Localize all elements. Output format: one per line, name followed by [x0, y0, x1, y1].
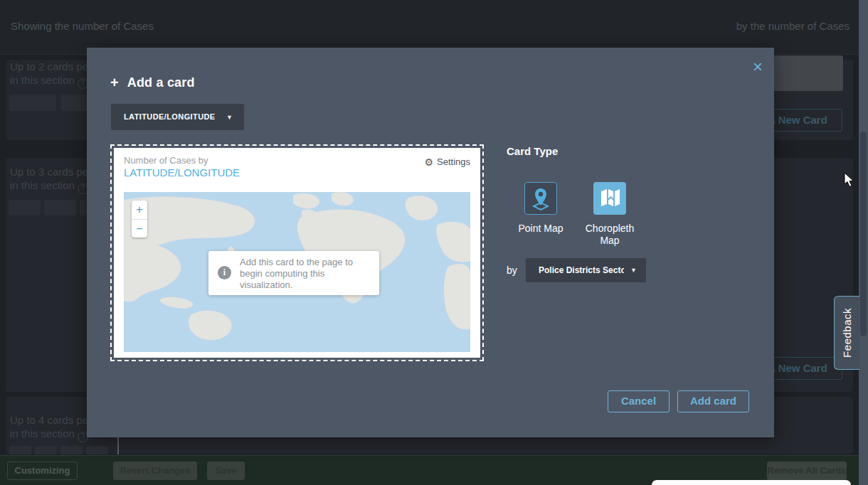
revert-changes-button[interactable]: Revert Changes: [113, 462, 197, 480]
remove-all-cards-button[interactable]: Remove All Cards: [767, 462, 847, 480]
choropleth-map-label: Choropleth Map: [583, 223, 637, 247]
map-zoom-control: + −: [132, 201, 147, 238]
plus-icon: +: [110, 75, 119, 90]
by-label: by: [507, 265, 517, 276]
card-placeholder: [9, 200, 41, 215]
preview-subtitle: Number of Cases by: [124, 155, 208, 166]
section-2-line1: Up to 3 cards per: [10, 166, 92, 178]
modal-title: Add a card: [127, 75, 195, 90]
chevron-down-icon: ▼: [226, 114, 233, 121]
customizing-button[interactable]: Customizing: [7, 462, 78, 480]
choropleth-map-option[interactable]: [593, 182, 626, 215]
by-cases-text: by the number of Cases: [736, 20, 850, 32]
showing-cases-text: Showing the number of Cases: [11, 20, 154, 32]
feedback-tab[interactable]: Feedback: [834, 296, 859, 370]
card-placeholder: [86, 446, 108, 454]
point-map-icon: [525, 183, 556, 214]
modal-header: +Add a card: [110, 75, 195, 91]
cancel-button[interactable]: Cancel: [608, 390, 669, 412]
region-dropdown[interactable]: Police Districts Sector ▼: [526, 258, 646, 282]
gear-icon: ⚙: [424, 156, 433, 168]
preview-title: LATITUDE/LONGITUDE: [124, 166, 240, 178]
section-1-line2: in this section: [10, 74, 75, 86]
card-preview-dropzone: Number of Cases by LATITUDE/LONGITUDE ⚙S…: [110, 144, 484, 361]
section-1-label: Up to 2 cards per in this section?: [10, 60, 92, 89]
info-message: Add this card to the page to begin compu…: [240, 257, 371, 291]
add-card-button[interactable]: Add card: [677, 390, 749, 412]
settings-button[interactable]: ⚙Settings: [424, 156, 470, 168]
card-placeholder: [60, 446, 83, 454]
add-card-modal: × +Add a card LATITUDE/LONGITUDE ▼ Numbe…: [87, 48, 774, 437]
scrollbar-thumb[interactable]: [860, 132, 867, 336]
card-placeholder: [44, 200, 76, 215]
feedback-tab-label: Feedback: [841, 308, 853, 358]
section-3-line2: in this section: [10, 427, 75, 439]
region-dropdown-value: Police Districts Sector: [539, 265, 624, 275]
page-scrollbar[interactable]: [859, 0, 868, 485]
column-dropdown[interactable]: LATITUDE/LONGITUDE ▼: [111, 104, 244, 130]
section-2-label: Up to 3 cards per in this section?: [10, 165, 92, 194]
section-3-placeholders: [9, 446, 108, 454]
chevron-down-icon: ▼: [630, 267, 637, 274]
mouse-cursor: [844, 172, 855, 188]
card-placeholder: [9, 446, 31, 454]
card-type-heading: Card Type: [507, 145, 558, 157]
section-2-line2: in this section: [10, 179, 75, 191]
zoom-out-button[interactable]: −: [132, 220, 147, 238]
point-map-label: Point Map: [512, 223, 569, 235]
bottom-popup-edge: [652, 480, 851, 485]
section-divider: [117, 437, 119, 454]
card-placeholder: [35, 446, 57, 454]
column-dropdown-value: LATITUDE/LONGITUDE: [124, 112, 216, 121]
world-map-preview: + − i Add this card to the page to begin…: [124, 192, 470, 352]
screen: Showing the number of Cases by the numbe…: [0, 0, 868, 485]
section-3-label: Up to 4 cards per in this section?: [10, 413, 92, 442]
choropleth-map-icon: [593, 182, 625, 213]
card-preview: Number of Cases by LATITUDE/LONGITUDE ⚙S…: [114, 148, 480, 358]
info-message-box: i Add this card to the page to begin com…: [208, 251, 379, 295]
section-3-line1: Up to 4 cards per: [10, 414, 92, 426]
card-placeholder: [9, 95, 56, 111]
save-button[interactable]: Save: [207, 462, 245, 480]
section-1-line1: Up to 2 cards per: [10, 60, 92, 73]
point-map-option[interactable]: [524, 182, 557, 215]
info-icon: i: [218, 266, 231, 279]
zoom-in-button[interactable]: +: [132, 201, 147, 219]
settings-label: Settings: [437, 156, 470, 167]
top-bar: Showing the number of Cases by the numbe…: [0, 0, 868, 55]
close-icon[interactable]: ×: [748, 58, 767, 76]
